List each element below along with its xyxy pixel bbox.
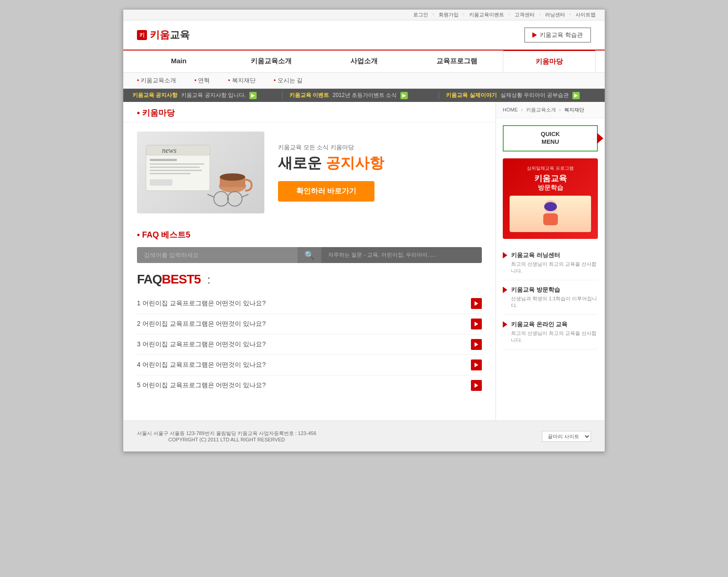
util-learning[interactable]: 러닝센터: [545, 11, 565, 18]
sidebar-link-desc-0: 최고의 선생님이 최고의 교육을 선사합니다.: [511, 261, 598, 274]
util-sep2: ·: [463, 11, 465, 18]
notice-icon-0[interactable]: ▶: [249, 92, 257, 99]
util-sitemap[interactable]: 사이트맵: [576, 11, 596, 18]
promo-title-main: 키움교육: [510, 173, 591, 184]
util-sep5: ·: [570, 11, 571, 18]
util-login[interactable]: 로그인: [413, 11, 428, 18]
faq-item-btn-1[interactable]: [471, 319, 482, 329]
faq-best5-label: BEST5: [162, 272, 201, 287]
notice-text-0: 키움교육 공지사항 입니다.: [181, 91, 246, 99]
page-area: 키움마당 news: [123, 102, 605, 420]
search-button[interactable]: 🔍: [298, 247, 321, 263]
sidebar-link-desc-2: 최고의 선생님이 최고의 교육을 선사합니다.: [511, 330, 598, 344]
sidebar-link-content-0: 키움교육 러닝센터 최고의 선생님이 최고의 교육을 선사합니다.: [511, 251, 598, 274]
util-signup[interactable]: 회원가입: [439, 11, 459, 18]
faq-item-text-2: 3 어린이집 교육프로그램은 어떤것이 있나요?: [137, 340, 466, 349]
svg-rect-6: [150, 170, 202, 171]
faq-colon: :: [207, 273, 211, 286]
logo-text: 키움교육: [150, 28, 190, 42]
hero-title-main: 새로운 공지사항: [278, 154, 482, 172]
nav-link-program[interactable]: 교육프로그램: [410, 51, 503, 72]
svg-rect-7: [150, 173, 191, 174]
notice-icon-2[interactable]: ▶: [572, 92, 580, 99]
notice-label-2: 키움교육 실제이야기: [446, 91, 496, 99]
svg-rect-8: [150, 179, 172, 186]
nav-item-business[interactable]: 사업소개: [318, 51, 410, 72]
sidebar-link-0[interactable]: 키움교육 러닝센터 최고의 선생님이 최고의 교육을 선사합니다.: [503, 246, 598, 280]
learning-center-button[interactable]: 키움교육 학습관: [524, 27, 591, 43]
footer-copyright: COPYRIGHT (C) 2011 LTD ALL RIGHT RESERVE…: [137, 437, 316, 442]
nav-item-main[interactable]: Main: [132, 51, 225, 72]
utility-bar: 로그인 · 회원가입 · 키움교육이벤트 · 고객센터 · 러닝센터 · 사이트…: [123, 10, 605, 20]
breadcrumb-mid[interactable]: 키움교육소개: [526, 107, 556, 112]
hero-subtitle: 키움교육 모든 소식 키움마당: [278, 143, 482, 152]
hero-text-area: 키움교육 모든 소식 키움마당 새로운 공지사항 확인하러 바로가기: [278, 143, 482, 201]
svg-rect-5: [150, 167, 200, 168]
page-title: 키움마당: [137, 107, 482, 118]
notice-label-1: 키움교육 이벤트: [289, 91, 329, 99]
footer-site-select[interactable]: 끝마리 사이트: [542, 431, 591, 442]
svg-rect-18: [543, 213, 558, 225]
faq-item-text-1: 2 어린이집 교육프로그램은 어떤것이 있나요?: [137, 320, 466, 328]
nav-link-business[interactable]: 사업소개: [318, 51, 410, 72]
breadcrumb-home[interactable]: HOME: [503, 107, 518, 112]
notice-label-0: 키움교육 공지사항: [132, 91, 177, 99]
notice-item-1: 키움교육 이벤트 2012년 초등가이벤트 소식 ▶: [283, 91, 440, 99]
sidebar-link-desc-1: 선생님과 학생의 1:1학습이 이루어집니다.: [511, 295, 598, 309]
play-icon: [532, 32, 537, 38]
faq-item-btn-2[interactable]: [471, 339, 482, 350]
svg-text:news: news: [162, 147, 177, 154]
search-input[interactable]: [137, 247, 298, 263]
subnav-item-welfare[interactable]: 복지재단: [228, 76, 255, 85]
sidebar-link-arrow-2: [503, 321, 507, 328]
sidebar-links: 키움교육 러닝센터 최고의 선생님이 최고의 교육을 선사합니다. 키움교육 방…: [496, 246, 605, 349]
faq-list: 1 어린이집 교육프로그램은 어떤것이 있나요? 2 어린이집 교육프로그램은 …: [137, 294, 482, 395]
nav-item-program[interactable]: 교육프로그램: [410, 51, 503, 72]
logo-icon: 키: [137, 30, 147, 40]
nav-link-madang[interactable]: 키움마당: [503, 50, 596, 72]
util-customer[interactable]: 고객센터: [515, 11, 535, 18]
footer: 서울시 서울구 서울동 123-789번지 올림빌딩 키움교육 사업자등록번호 …: [123, 420, 605, 451]
svg-point-12: [214, 192, 228, 206]
nav-link-main[interactable]: Main: [132, 51, 225, 71]
svg-rect-4: [150, 163, 204, 165]
footer-info: 서울시 서울구 서울동 123-789번지 올림빌딩 키움교육 사업자등록번호 …: [137, 430, 316, 442]
search-hint: 자주하는 질문 - 교육, 어린이집, 우리아이.....: [321, 247, 482, 263]
logo[interactable]: 키 키움교육: [137, 28, 190, 42]
sidebar-promo[interactable]: 삼위일체교육 프로그램 키움교육 방문학습: [503, 158, 598, 239]
sub-navigation: 키움교육소개 연혁 복지재단 오시는 길: [123, 73, 605, 89]
sidebar-link-1[interactable]: 키움교육 방문학습 선생님과 학생의 1:1학습이 이루어집니다.: [503, 280, 598, 315]
promo-title-sub: 방문학습: [510, 184, 591, 192]
nav-link-intro[interactable]: 키움교육소개: [225, 51, 318, 72]
sidebar-link-2[interactable]: 키움교육 온라인 교육 최고의 선생님이 최고의 교육을 선사합니다.: [503, 315, 598, 349]
hero-section: news: [123, 122, 495, 223]
promo-subtitle: 삼위일체교육 프로그램: [510, 165, 591, 172]
util-sep: ·: [433, 11, 434, 18]
quick-menu-label: QUICKMENU: [508, 131, 592, 146]
sidebar: HOME › 키움교육소개 › 복지재단 QUICKMENU 삼위일체교육 프로…: [495, 102, 605, 420]
nav-item-intro[interactable]: 키움교육소개: [225, 51, 318, 72]
faq-item-text-0: 1 어린이집 교육프로그램은 어떤것이 있나요?: [137, 299, 466, 308]
util-event[interactable]: 키움교육이벤트: [469, 11, 504, 18]
breadcrumb-current: 복지재단: [564, 107, 584, 112]
footer-address: 서울시 서울구 서울동 123-789번지 올림빌딩 키움교육 사업자등록번호 …: [137, 430, 316, 437]
faq-item-btn-0[interactable]: [471, 298, 482, 309]
breadcrumb-sep2: ›: [559, 107, 561, 112]
nav-item-madang[interactable]: 키움마당: [503, 51, 596, 72]
sidebar-link-content-1: 키움교육 방문학습 선생님과 학생의 1:1학습이 이루어집니다.: [511, 286, 598, 309]
notice-text-1: 2012년 초등가이벤트 소식: [333, 91, 397, 99]
page-header: 키움마당: [123, 102, 495, 122]
subnav-item-intro[interactable]: 키움교육소개: [137, 76, 176, 85]
quick-menu[interactable]: QUICKMENU: [503, 125, 598, 152]
breadcrumb: HOME › 키움교육소개 › 복지재단: [496, 102, 605, 118]
faq-item-btn-4[interactable]: [471, 380, 482, 391]
faq-item-text-4: 5 어린이집 교육프로그램은 어떤것이 있나요?: [137, 381, 466, 390]
notice-bar: 키움교육 공지사항 키움교육 공지사항 입니다. ▶ 키움교육 이벤트 2012…: [123, 89, 605, 102]
subnav-item-location[interactable]: 오시는 길: [274, 76, 303, 85]
subnav-item-history[interactable]: 연혁: [194, 76, 210, 85]
faq-item-btn-3[interactable]: [471, 359, 482, 370]
hero-cta-button[interactable]: 확인하러 바로가기: [278, 181, 374, 202]
promo-girl-image: [510, 196, 591, 232]
notice-icon-1[interactable]: ▶: [400, 92, 408, 99]
svg-rect-1: [146, 145, 210, 155]
